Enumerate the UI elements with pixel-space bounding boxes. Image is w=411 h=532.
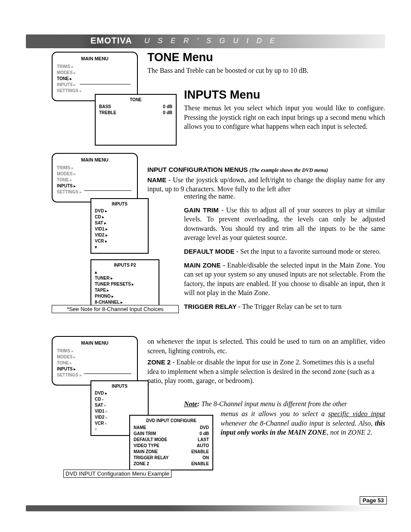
main-menu-title: MAIN MENU <box>57 56 133 61</box>
cfg-name-label: NAME <box>134 425 146 431</box>
menu-item-settings-3: SETTINGS <box>57 372 82 378</box>
cfg-name-value: DVD <box>200 425 209 431</box>
main-menu-screen-2: MAIN MENU TRIMS MODES TONE INPUTS SETTIN… <box>52 153 138 202</box>
zone2-label: ZONE 2 <box>147 358 171 366</box>
note-line-1: Note: The 8-Channel input menu is differ… <box>184 399 385 409</box>
tone-heading: TONE Menu <box>147 51 385 64</box>
input-sat: SAT <box>95 220 106 226</box>
cfg-trigger-label: TRIGGER RELAY <box>134 455 168 461</box>
default-para: DEFAULT MODE - Set the input to a favori… <box>184 247 385 256</box>
inputs-submenu-title: INPUTS <box>95 202 144 206</box>
input-8channel: 8-CHANNEL <box>95 299 123 305</box>
config-heading: INPUT CONFIGURATION MENUS <box>147 166 248 173</box>
input-vcr: VCR <box>95 238 107 244</box>
cfg-default-value: LAST <box>198 437 209 443</box>
note-8channel: *See Note for 8-Channel Input Choices <box>52 305 179 313</box>
main-menu-screen-3: MAIN MENU TRIMS MODES TONE INPUTS SETTIN… <box>52 336 138 386</box>
footer-bar <box>26 505 385 511</box>
inputs-body: These menus let you select which input y… <box>184 103 385 131</box>
inputs-heading: INPUTS Menu <box>184 88 385 102</box>
cfg-gain-value: 0 dB <box>199 431 209 437</box>
gain-para: GAIN TRIM - Use this to adjust all of yo… <box>184 205 385 243</box>
tone-bass-value: 0 dB <box>163 104 172 110</box>
page-number: Page 53 <box>360 496 387 504</box>
input-cd-3: CD <box>95 396 104 402</box>
note-body-2c: whenever the 8-Channel audio input is se… <box>221 420 375 427</box>
cfg-mainzone-value: ENABLE <box>191 449 209 455</box>
input-cd: CD <box>95 214 104 220</box>
menu-item-inputs-2: INPUTS <box>57 183 76 189</box>
brand-logo: EMOTIVA <box>90 36 132 46</box>
gain-label: GAIN TRIM <box>184 206 218 214</box>
cfg-zone2-value: ENABLE <box>191 461 209 467</box>
config-heading-row: INPUT CONFIGURATION MENUS (The example s… <box>147 165 385 174</box>
inputs-p2-title: INPUTS P2 <box>95 263 155 268</box>
connector-line-2 <box>84 190 131 191</box>
default-body: - Set the input to a favorite surround m… <box>234 248 380 255</box>
note-body-2a: menus as it allows you to select a <box>221 410 328 417</box>
menu-item-trims-2: TRIMS <box>57 165 74 171</box>
note-body-rest: menus as it allows you to select a speci… <box>221 409 385 437</box>
menu-item-modes-2: MODES <box>57 171 76 177</box>
input-sat-3: SAT <box>95 402 106 408</box>
down-arrow-icon: ▾ <box>95 244 97 250</box>
input-vid2: VID2 <box>95 232 108 238</box>
input-vcr-3: VCR <box>95 420 107 426</box>
connector-line-3 <box>84 373 131 374</box>
input-dvd: DVD <box>95 208 107 214</box>
cfg-trigger-value: ON <box>202 455 209 461</box>
name-body-2: entering the name. <box>184 192 385 201</box>
cfg-default-label: DEFAULT MODE <box>134 437 167 443</box>
input-tuner: TUNER <box>95 275 113 281</box>
menu-item-modes: MODES <box>57 70 76 76</box>
name-para-top: NAME - Use the joystick up/down, and lef… <box>147 175 385 194</box>
input-dvd-3: DVD <box>95 390 107 396</box>
note-label: Note <box>184 400 197 408</box>
menu-item-inputs: INPUTS <box>57 82 76 88</box>
cfg-mainzone-label: MAIN ZONE <box>134 449 158 455</box>
input-vid1-3: VID1 <box>95 408 108 414</box>
up-arrow-icon: ▴ <box>95 269 97 275</box>
dvd-config-submenu: DVD INPUT CONFIGURE NAMEDVD GAIN TRIM0 d… <box>129 415 213 470</box>
inputs-submenu-title-3: INPUTS <box>95 384 144 389</box>
config-heading-note: (The example shows the DVD menu) <box>249 167 328 173</box>
name-label: NAME <box>147 176 166 184</box>
main-menu-title-3: MAIN MENU <box>57 340 133 345</box>
cfg-video-value: AUTO <box>197 443 209 449</box>
tone-submenu: TONE BASS0 dB TREBLE0 dB <box>95 94 177 146</box>
menu-item-inputs-3: INPUTS <box>57 366 76 372</box>
zone2-body-inline: - Enable or disable the input for use in… <box>147 358 374 384</box>
mainzone-label: MAIN ZONE <box>184 261 221 269</box>
menu-item-trims: TRIMS <box>57 64 74 70</box>
tone-body: The Bass and Treble can be boosted or cu… <box>147 66 385 75</box>
inputs-p2-submenu: INPUTS P2 ▴ TUNER TUNER PRESETS TAPE PHO… <box>90 259 159 309</box>
trigger-body-1: - The Trigger Relay can be set to turn <box>237 303 342 310</box>
dvd-caption: DVD INPUT Configuration Menu Example <box>63 470 171 478</box>
menu-item-trims-3: TRIMS <box>57 348 74 354</box>
down-arrow-icon-3: ▾ <box>95 426 97 432</box>
menu-item-tone-3: TONE <box>57 360 72 366</box>
cfg-zone2-label: ZONE 2 <box>134 461 149 467</box>
tone-treble-value: 0 dB <box>163 110 172 116</box>
note-body-1: The 8-Channel input menu is different fr… <box>199 400 347 408</box>
menu-item-tone-2: TONE <box>57 177 72 183</box>
trigger-body-2: on whenever the input is selected. This … <box>147 337 385 355</box>
zone2-heading-line: ZONE 2 - Enable or disable the input for… <box>147 358 385 386</box>
input-vid2-3: VID2 <box>95 414 108 420</box>
cfg-video-label: VIDEO TYPE <box>134 443 159 449</box>
mainzone-para: MAIN ZONE - Enable/disable the selected … <box>184 261 385 298</box>
dvd-config-title: DVD INPUT CONFIGURE <box>134 418 209 423</box>
tone-bass-label: BASS <box>99 104 111 110</box>
tone-treble-label: TREBLE <box>99 110 116 116</box>
tone-submenu-title: TONE <box>99 97 172 102</box>
menu-item-settings: SETTINGS <box>57 88 82 94</box>
trigger-label: TRIGGER RELAY <box>184 303 237 310</box>
note-body-4: , not in ZONE 2. <box>327 429 372 436</box>
note-body-2b: specific video input <box>328 410 385 417</box>
menu-item-settings-2: SETTINGS <box>57 189 82 195</box>
input-phono: PHONO <box>95 293 114 299</box>
header-subtitle: U S E R ' S G U I D E <box>144 37 278 45</box>
trigger-para-top: TRIGGER RELAY - The Trigger Relay can be… <box>184 302 385 311</box>
menu-item-modes-3: MODES <box>57 354 76 360</box>
input-vid1: VID1 <box>95 226 108 232</box>
